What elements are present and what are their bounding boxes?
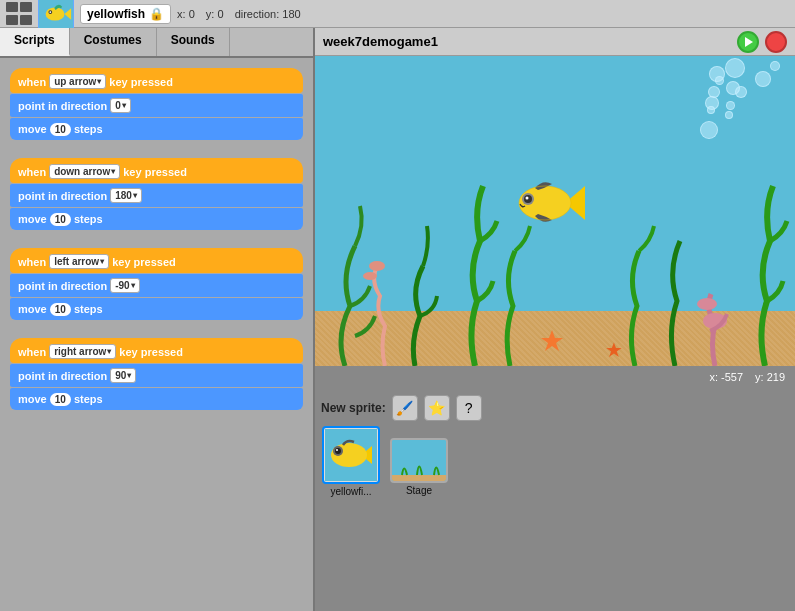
bubble	[770, 61, 780, 71]
stage-x-coord: x: -557	[709, 371, 743, 383]
stage-title: week7demogame1	[323, 34, 438, 49]
dir-dropdown-3[interactable]: -90	[110, 278, 139, 293]
block-group-2: when down arrow key pressed point in dir…	[10, 158, 303, 230]
stop-button[interactable]	[765, 31, 787, 53]
bubble	[726, 101, 735, 110]
tab-costumes[interactable]: Costumes	[70, 28, 157, 56]
sprite-coords: x: 0 y: 0 direction: 180	[177, 8, 301, 20]
menu-icon2[interactable]	[20, 2, 32, 12]
stage-y-coord: y: 219	[755, 371, 785, 383]
hat-block-3[interactable]: when left arrow key pressed	[10, 248, 303, 273]
tab-sounds[interactable]: Sounds	[157, 28, 230, 56]
lock-icon: 🔒	[149, 7, 164, 21]
hat-block-2[interactable]: when down arrow key pressed	[10, 158, 303, 183]
key-dropdown-1[interactable]: up arrow	[49, 74, 106, 89]
sprite-label-yellowfish: yellowfi...	[330, 486, 371, 497]
bubble	[725, 111, 733, 119]
action-block-4b[interactable]: move 10 steps	[10, 388, 303, 410]
svg-rect-25	[392, 475, 448, 483]
sprite-icon	[38, 0, 74, 32]
import-sprite-button[interactable]: ⭐	[424, 395, 450, 421]
block-group-1: when up arrow key pressed point in direc…	[10, 68, 303, 140]
paint-sprite-button[interactable]: 🖌️	[392, 395, 418, 421]
svg-point-1	[46, 7, 65, 20]
svg-point-4	[49, 11, 51, 13]
top-bar: yellowfish 🔒 x: 0 y: 0 direction: 180	[0, 0, 795, 28]
svg-point-22	[335, 448, 341, 454]
dir-dropdown-4[interactable]: 90	[110, 368, 136, 383]
sprites-panel: New sprite: 🖌️ ⭐ ?	[315, 388, 795, 611]
block-group-3: when left arrow key pressed point in dir…	[10, 248, 303, 320]
hat-block-1[interactable]: when up arrow key pressed	[10, 68, 303, 93]
action-block-4a[interactable]: point in direction 90	[10, 364, 303, 387]
action-block-2b[interactable]: move 10 steps	[10, 208, 303, 230]
bubble	[707, 106, 715, 114]
sprites-toolbar: New sprite: 🖌️ ⭐ ?	[321, 394, 789, 422]
bubble	[700, 121, 718, 139]
bubble	[755, 71, 771, 87]
bubble	[708, 86, 720, 98]
dir-dropdown-2[interactable]: 180	[110, 188, 142, 203]
menu-icon4[interactable]	[20, 15, 32, 25]
bubble	[726, 81, 740, 95]
action-block-3a[interactable]: point in direction -90	[10, 274, 303, 297]
scripts-area: when up arrow key pressed point in direc…	[0, 58, 313, 611]
svg-marker-14	[541, 330, 563, 351]
tab-scripts[interactable]: Scripts	[0, 28, 70, 56]
tabs-bar: Scripts Costumes Sounds	[0, 28, 313, 58]
coords-bar: x: -557 y: 219	[315, 366, 795, 388]
svg-marker-5	[745, 37, 753, 47]
menu-icon[interactable]	[6, 2, 18, 12]
bubble	[709, 66, 725, 82]
svg-point-16	[697, 298, 717, 310]
new-sprite-label: New sprite:	[321, 401, 386, 415]
hat-block-4[interactable]: when right arrow key pressed	[10, 338, 303, 363]
stage-header: week7demogame1	[315, 28, 795, 56]
left-panel: Scripts Costumes Sounds when up arrow ke…	[0, 28, 315, 611]
sprite-thumbnail-yellowfish[interactable]	[322, 426, 380, 484]
sprite-thumb-stage[interactable]: Stage	[389, 438, 449, 497]
stage-thumbnail[interactable]	[390, 438, 448, 483]
key-dropdown-4[interactable]: right arrow	[49, 344, 116, 359]
block-group-4: when right arrow key pressed point in di…	[10, 338, 303, 410]
green-flag-button[interactable]	[737, 31, 759, 53]
key-dropdown-3[interactable]: left arrow	[49, 254, 109, 269]
underwater-scene	[315, 166, 795, 366]
dir-dropdown-1[interactable]: 0	[110, 98, 131, 113]
menu-icon3[interactable]	[6, 15, 18, 25]
svg-point-23	[336, 449, 338, 451]
action-block-1a[interactable]: point in direction 0	[10, 94, 303, 117]
app-container: yellowfish 🔒 x: 0 y: 0 direction: 180 Sc…	[0, 0, 795, 611]
action-block-2a[interactable]: point in direction 180	[10, 184, 303, 207]
action-block-1b[interactable]: move 10 steps	[10, 118, 303, 140]
svg-point-12	[369, 261, 385, 271]
stage-canvas[interactable]	[315, 56, 795, 366]
sprite-thumb-yellowfish[interactable]: yellowfi...	[321, 426, 381, 497]
right-panel: week7demogame1	[315, 28, 795, 611]
key-dropdown-2[interactable]: down arrow	[49, 164, 120, 179]
main-area: Scripts Costumes Sounds when up arrow ke…	[0, 28, 795, 611]
sprite-name: yellowfish	[87, 7, 145, 21]
sprite-name-box: yellowfish 🔒	[80, 4, 171, 24]
sprites-list: yellowfi... S	[321, 426, 789, 497]
bubble	[725, 58, 745, 78]
sprite-label-stage: Stage	[406, 485, 432, 496]
action-block-3b[interactable]: move 10 steps	[10, 298, 303, 320]
stage-controls	[737, 31, 787, 53]
svg-point-13	[363, 272, 377, 280]
surprise-sprite-button[interactable]: ?	[456, 395, 482, 421]
svg-marker-17	[606, 342, 621, 357]
